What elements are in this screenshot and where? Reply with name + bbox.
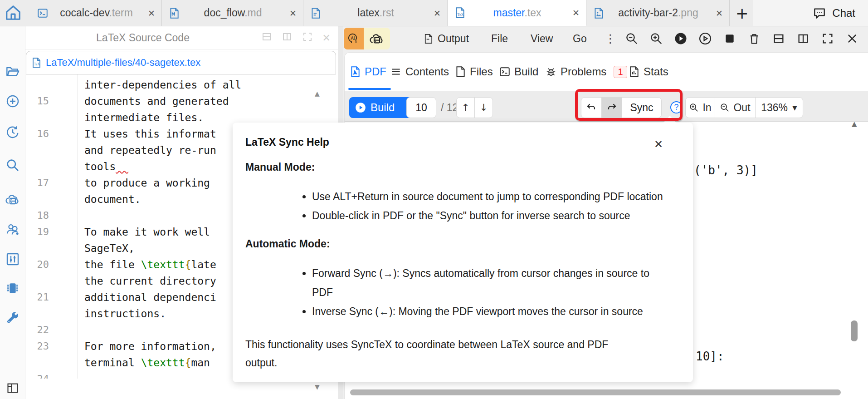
zoom-in-button[interactable]: In: [685, 97, 715, 118]
zoom-level-dropdown[interactable]: 136% ▼: [755, 97, 803, 118]
latex-sync-help-popover: LaTeX Sync Help ✕ Manual Mode: Use ALT+R…: [233, 123, 693, 382]
problems-badge: 1: [614, 66, 627, 78]
sidebar-item-users[interactable]: [5, 222, 20, 236]
zoom-out-button[interactable]: Out: [715, 97, 756, 118]
search-icon: [5, 158, 20, 172]
automatic-mode-list: Forward Sync (→): Syncs automatically fr…: [245, 264, 680, 321]
list-item: Inverse Sync (←): Moving the PDF viewpor…: [312, 302, 680, 321]
menu-output[interactable]: Output: [423, 26, 469, 51]
fullscreen-icon[interactable]: [302, 31, 313, 44]
editor-scroll-down-icon[interactable]: ▼: [315, 383, 320, 390]
tab-problems[interactable]: Problems 1: [545, 53, 627, 91]
split-vertical-icon[interactable]: [796, 32, 810, 45]
plus-circle-icon: [5, 94, 20, 108]
active-tab-underline: [348, 88, 391, 90]
automatic-mode-header: Automatic Mode:: [245, 238, 680, 250]
popover-footer-text: This functionality uses SyncTeX to coord…: [245, 335, 680, 372]
close-panel-icon[interactable]: [845, 32, 859, 45]
tab-label: cocalc-dev: [60, 7, 109, 19]
line-number: [25, 191, 49, 207]
pdf-scroll-up-icon[interactable]: ▲: [852, 120, 857, 128]
open-file-path[interactable]: TeX LaTeX/multiple-files/40-sagetex.tex: [26, 51, 336, 74]
chat-button[interactable]: Chat: [753, 0, 868, 26]
tab-label: doc_flow: [204, 7, 245, 19]
tab-files[interactable]: Files: [454, 53, 493, 91]
line-number: 15: [25, 93, 49, 109]
list-item: Forward Sync (→): Syncs automatically fr…: [312, 264, 680, 302]
line-number: [25, 305, 49, 322]
file-path-link: LaTeX/multiple-files/40-sagetex.tex: [46, 57, 200, 69]
pdf-vertical-scrollbar-thumb[interactable]: [851, 320, 858, 341]
editor-scroll-up-icon[interactable]: ▲: [315, 90, 320, 97]
force-build-icon[interactable]: [698, 32, 712, 45]
cpu-chip-icon: [5, 281, 20, 296]
line-number: 21: [25, 289, 49, 305]
build-run-icon[interactable]: [674, 32, 688, 45]
line-number: 18: [25, 207, 49, 224]
tab-doc-flow-md[interactable]: doc_flow.md ✕: [162, 0, 303, 26]
line-number: 22: [25, 322, 49, 338]
tab-pdf[interactable]: PDF: [349, 53, 386, 91]
ai-assistant-button[interactable]: AI: [344, 28, 364, 49]
document-file-icon: [310, 7, 322, 19]
tab-build[interactable]: Build: [499, 53, 538, 91]
tab-activity-bar-2-png[interactable]: activity-bar-2.png ✕: [586, 0, 730, 26]
close-panel-icon[interactable]: ✕: [322, 32, 331, 44]
contents-list-icon: [390, 66, 402, 78]
close-icon[interactable]: ✕: [434, 8, 441, 18]
annotation-red-box: [575, 89, 683, 121]
trash-icon[interactable]: [747, 32, 761, 45]
build-terminal-icon: [499, 66, 511, 78]
close-icon[interactable]: ✕: [289, 8, 297, 18]
terminal-file-icon: [37, 7, 49, 19]
add-users-icon: [5, 222, 20, 236]
pdf-text-fragment: ('b', 3)]: [694, 163, 758, 177]
page-up-button[interactable]: ↑: [456, 97, 475, 118]
split-vertical-icon[interactable]: [282, 31, 293, 44]
home-button[interactable]: [4, 3, 23, 22]
sidebar-item-processes[interactable]: [5, 281, 20, 296]
close-icon[interactable]: ✕: [148, 8, 155, 18]
sidebar-item-log[interactable]: [5, 125, 20, 139]
list-item: Double-click in PDF or the "Sync" button…: [312, 206, 680, 225]
tab-latex-rst[interactable]: latex.rst ✕: [303, 0, 448, 26]
font-increase-icon[interactable]: [649, 32, 663, 45]
chevron-down-icon: ▼: [792, 104, 797, 111]
fullscreen-icon[interactable]: [821, 32, 834, 45]
tab-stats[interactable]: Stats: [628, 53, 668, 91]
sidebar-item-tools[interactable]: [5, 311, 20, 325]
sidebar-item-layout[interactable]: [5, 381, 20, 395]
sidebar-item-search[interactable]: [5, 158, 20, 172]
markdown-file-icon: [168, 7, 180, 19]
menu-go[interactable]: Go: [573, 26, 587, 51]
sidebar-item-settings[interactable]: [5, 252, 20, 266]
tab-master-tex[interactable]: TeX master.tex ✕: [448, 0, 586, 26]
pdf-horizontal-scrollbar-thumb[interactable]: [350, 389, 841, 395]
sidebar-item-new[interactable]: [5, 94, 20, 108]
page-down-button[interactable]: ↓: [474, 97, 493, 118]
stats-doc-icon: [628, 66, 640, 78]
stop-icon[interactable]: [723, 32, 736, 45]
split-horizontal-icon[interactable]: [772, 32, 785, 45]
tex-file-icon: TeX: [31, 57, 42, 68]
tab-contents[interactable]: Contents: [390, 53, 449, 91]
menu-view[interactable]: View: [531, 26, 553, 51]
pdf-text-fragment: 10]:: [696, 350, 724, 363]
sidebar-item-servers[interactable]: [5, 192, 20, 207]
sidebar-item-files[interactable]: [5, 64, 20, 79]
compute-server-button[interactable]: [364, 28, 390, 49]
line-number: [25, 77, 49, 93]
close-icon[interactable]: ✕: [572, 8, 580, 18]
menu-file[interactable]: File: [491, 26, 508, 51]
more-menu-icon[interactable]: ⋮: [605, 26, 616, 51]
tab-label: latex: [357, 7, 380, 19]
svg-text:TeX: TeX: [34, 62, 40, 66]
new-tab-button[interactable]: +: [736, 0, 749, 26]
popover-close-icon[interactable]: ✕: [654, 138, 663, 151]
close-icon[interactable]: ✕: [716, 8, 723, 18]
page-number-input[interactable]: [406, 97, 436, 118]
font-decrease-icon[interactable]: [625, 32, 639, 45]
list-item: Use ALT+Return in source document to jum…: [312, 187, 680, 206]
tab-cocalc-dev-term[interactable]: cocalc-dev.term ✕: [30, 0, 162, 26]
split-horizontal-icon[interactable]: [261, 31, 272, 44]
